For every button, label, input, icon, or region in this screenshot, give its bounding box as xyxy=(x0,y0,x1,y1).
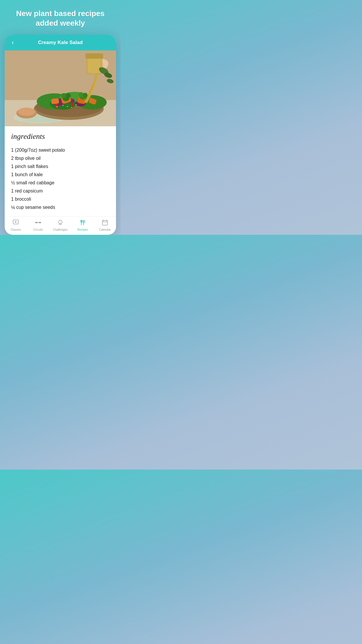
nav-item-circuits[interactable]: Circuits xyxy=(29,219,47,231)
recipe-image xyxy=(5,50,116,126)
svg-point-25 xyxy=(62,105,64,106)
svg-rect-15 xyxy=(51,98,59,104)
nav-label-circuits: Circuits xyxy=(33,228,43,231)
ingredient-item: ½ small red cabbage xyxy=(11,179,110,187)
nav-label-calendar: Calendar xyxy=(99,228,111,231)
ingredient-item: 2 tbsp olive oil xyxy=(11,154,110,162)
circuits-icon xyxy=(35,219,41,227)
svg-rect-47 xyxy=(39,222,40,223)
recipes-icon xyxy=(79,219,86,227)
svg-point-28 xyxy=(71,107,72,108)
nav-label-recipes: Recipes xyxy=(77,228,88,231)
svg-rect-44 xyxy=(35,222,36,223)
svg-rect-52 xyxy=(102,220,108,225)
hero-headline: New plant based recipes added weekly xyxy=(5,9,116,28)
nav-item-challenges[interactable]: Challenges xyxy=(52,219,69,231)
ingredients-list: 1 (200g/7oz) sweet potato2 tbsp olive oi… xyxy=(11,146,110,211)
svg-point-38 xyxy=(18,108,35,116)
svg-point-49 xyxy=(59,220,62,224)
svg-rect-35 xyxy=(88,57,101,73)
svg-point-21 xyxy=(79,92,83,97)
top-bar: ‹ Creamy Kale Salad xyxy=(5,35,116,50)
svg-rect-45 xyxy=(40,222,41,223)
svg-rect-48 xyxy=(37,222,39,223)
phone-card: ‹ Creamy Kale Salad xyxy=(5,35,116,235)
svg-rect-46 xyxy=(36,222,37,223)
ingredient-item: 1 (200g/7oz) sweet potato xyxy=(11,146,110,154)
screen-title: Creamy Kale Salad xyxy=(38,40,82,46)
svg-point-29 xyxy=(57,106,58,107)
nav-item-recipes[interactable]: Recipes xyxy=(74,219,91,231)
nav-item-classes[interactable]: Classes xyxy=(7,219,24,231)
svg-point-26 xyxy=(67,106,68,107)
svg-point-22 xyxy=(83,93,87,97)
ingredient-item: 1 bunch of kale xyxy=(11,171,110,179)
nav-item-calendar[interactable]: Calendar xyxy=(96,219,114,231)
challenges-icon xyxy=(57,219,64,227)
ingredient-item: 1 broccoli xyxy=(11,195,110,203)
svg-rect-36 xyxy=(85,53,103,59)
nav-label-classes: Classes xyxy=(10,228,21,231)
calendar-icon xyxy=(102,219,108,227)
recipe-content: ingredients 1 (200g/7oz) sweet potato2 t… xyxy=(5,126,116,216)
svg-point-27 xyxy=(75,104,77,105)
nav-label-challenges: Challenges xyxy=(53,228,68,231)
bottom-nav: ClassesCircuitsChallengesRecipesCalendar xyxy=(5,216,116,235)
svg-point-19 xyxy=(66,93,71,98)
ingredients-heading: ingredients xyxy=(11,132,110,141)
ingredient-item: 1 pinch salt flakes xyxy=(11,162,110,171)
classes-icon xyxy=(13,219,19,227)
back-button[interactable]: ‹ xyxy=(10,39,15,46)
ingredient-item: 1 red capsicum xyxy=(11,187,110,195)
svg-marker-43 xyxy=(15,221,17,223)
ingredient-item: ¼ cup sesame seeds xyxy=(11,203,110,211)
